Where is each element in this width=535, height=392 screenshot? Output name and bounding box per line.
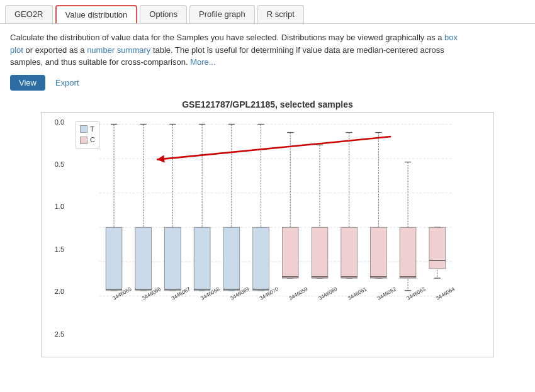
svg-rect-27 bbox=[194, 227, 210, 290]
chart-legend: T C bbox=[76, 121, 99, 148]
svg-rect-63 bbox=[371, 227, 387, 278]
y-axis: 2.5 2.0 1.5 1.0 0.5 0.0 bbox=[42, 113, 67, 357]
chart-title: GSE121787/GPL21185, selected samples bbox=[182, 99, 353, 109]
y-tick-10: 1.0 bbox=[44, 203, 64, 210]
legend-label-c: C bbox=[90, 135, 95, 146]
y-tick-15: 1.5 bbox=[44, 246, 64, 253]
legend-label-t: T bbox=[90, 124, 94, 135]
svg-text:3446062: 3446062 bbox=[376, 285, 397, 301]
svg-text:3446061: 3446061 bbox=[347, 285, 368, 301]
tab-options[interactable]: Options bbox=[140, 5, 187, 23]
y-tick-00: 0.0 bbox=[44, 119, 64, 126]
view-button[interactable]: View bbox=[10, 75, 45, 91]
y-tick-05: 0.5 bbox=[44, 161, 64, 168]
chart-container: 2.5 2.0 1.5 1.0 0.5 0.0 3446065344606634… bbox=[41, 112, 494, 357]
svg-rect-9 bbox=[106, 227, 122, 290]
main-content: Calculate the distribution of value data… bbox=[0, 24, 535, 365]
svg-rect-21 bbox=[165, 227, 181, 290]
svg-text:3446063: 3446063 bbox=[405, 285, 427, 301]
y-tick-20: 2.0 bbox=[44, 288, 64, 295]
svg-rect-45 bbox=[282, 227, 298, 278]
svg-rect-69 bbox=[400, 227, 416, 278]
legend-item-c: C bbox=[80, 135, 95, 146]
svg-text:3446060: 3446060 bbox=[317, 285, 339, 301]
description-text: Calculate the distribution of value data… bbox=[10, 31, 463, 69]
export-link[interactable]: Export bbox=[55, 78, 79, 87]
number-summary-link[interactable]: number summary bbox=[87, 45, 150, 55]
y-tick-25: 2.5 bbox=[44, 331, 64, 338]
legend-box-c bbox=[80, 137, 87, 144]
svg-text:3446064: 3446064 bbox=[435, 285, 456, 301]
tab-profile-graph[interactable]: Profile graph bbox=[189, 5, 255, 23]
svg-rect-51 bbox=[312, 227, 328, 278]
svg-rect-33 bbox=[223, 227, 240, 290]
tab-geo2r[interactable]: GEO2R bbox=[5, 5, 53, 23]
legend-box-t bbox=[80, 125, 87, 133]
chart-svg: 3446065344606634460673446068344606934460… bbox=[67, 119, 487, 325]
tab-value-distribution[interactable]: Value distribution bbox=[55, 5, 138, 23]
svg-rect-15 bbox=[135, 227, 152, 290]
action-bar: View Export bbox=[10, 75, 525, 91]
box-plot-link[interactable]: box plot bbox=[10, 33, 458, 55]
chart-area: GSE121787/GPL21185, selected samples 2.5… bbox=[10, 99, 525, 357]
svg-text:3446059: 3446059 bbox=[288, 285, 309, 301]
tab-r-script[interactable]: R script bbox=[257, 5, 304, 23]
legend-item-t: T bbox=[80, 124, 95, 135]
more-link[interactable]: More... bbox=[190, 57, 215, 67]
svg-rect-39 bbox=[253, 227, 269, 290]
svg-rect-57 bbox=[341, 227, 358, 278]
svg-rect-75 bbox=[429, 227, 446, 269]
chart-body: 3446065344606634460673446068344606934460… bbox=[67, 113, 493, 357]
tab-bar: GEO2R Value distribution Options Profile… bbox=[0, 0, 535, 24]
